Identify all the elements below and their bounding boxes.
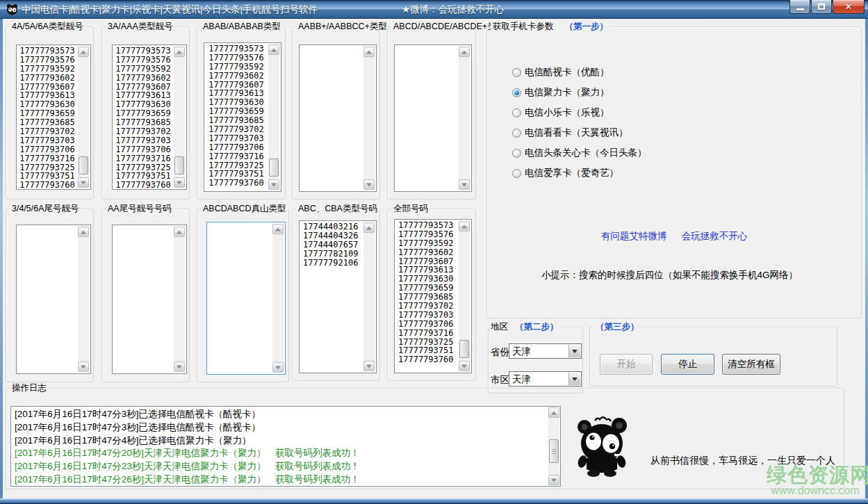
scroll-down-button[interactable]: [363, 179, 375, 190]
phone-number-item[interactable]: 17777793576: [113, 56, 173, 65]
phone-number-item[interactable]: 17777793716: [205, 152, 268, 161]
scroll-up-button[interactable]: [363, 222, 375, 233]
start-button[interactable]: 开始: [600, 354, 653, 375]
phone-number-item[interactable]: 17777793760: [17, 181, 77, 188]
phone-number-item[interactable]: 17777793706: [205, 143, 268, 152]
phone-number-item[interactable]: 17777793760: [113, 181, 173, 188]
titlebar[interactable]: 中国电信卡|酷视卡|聚力卡|乐视卡|天翼视讯|今日头条|手机靓号扫号软件 ★微博…: [0, 0, 868, 19]
card-type-option[interactable]: 电信小乐卡（乐视）: [512, 108, 647, 117]
scroll-track[interactable]: [363, 57, 375, 179]
maximize-button[interactable]: [811, 0, 832, 14]
scrollbar[interactable]: [174, 47, 185, 188]
phone-number-item[interactable]: 17777793706: [113, 145, 173, 154]
scroll-down-button[interactable]: [78, 361, 89, 372]
phone-number-item[interactable]: 17777793573: [398, 221, 458, 230]
list-abc-cba[interactable]: 1774440321617744404326177444076571777778…: [299, 220, 377, 373]
phone-number-item[interactable]: 17777793592: [17, 65, 77, 74]
phone-number-item[interactable]: 17777793703: [205, 134, 268, 143]
list-abcdabcd[interactable]: [206, 222, 286, 375]
scrollbar[interactable]: [459, 47, 470, 190]
phone-number-item[interactable]: 17777793716: [113, 154, 173, 163]
scroll-down-button[interactable]: [268, 179, 279, 190]
scroll-track[interactable]: [459, 57, 470, 179]
dropdown-arrow-icon[interactable]: [568, 345, 580, 357]
scroll-up-button[interactable]: [174, 47, 185, 57]
scroll-track[interactable]: [174, 237, 185, 361]
list-tail-a[interactable]: [16, 225, 91, 374]
phone-number-item[interactable]: 17744403216: [303, 222, 363, 231]
phone-number-item[interactable]: 17777793592: [113, 65, 173, 74]
scroll-down-button[interactable]: [459, 361, 470, 371]
phone-number-item[interactable]: 17744404326: [303, 231, 363, 241]
phone-number-item[interactable]: 17777793573: [17, 47, 77, 56]
scrollbar[interactable]: [459, 221, 470, 371]
card-type-option[interactable]: 电信头条关心卡（今日头条）: [512, 148, 647, 158]
card-type-option[interactable]: 电信聚力卡（聚力）: [512, 88, 647, 97]
phone-number-item[interactable]: 17777793602: [17, 74, 77, 83]
phone-number-item[interactable]: 17777793592: [398, 239, 458, 248]
phone-number-item[interactable]: 17777782109: [303, 250, 363, 259]
scroll-up-button[interactable]: [459, 221, 470, 231]
log-textarea[interactable]: [2017年6月16日17时47分3秒]已选择电信酷视卡（酷视卡）[2017年6…: [10, 406, 561, 487]
card-type-option[interactable]: 电信看看卡（天翼视讯）: [512, 128, 647, 138]
card-type-option[interactable]: 电信爱享卡（爱奇艺）: [512, 168, 647, 178]
list-abab[interactable]: 1777779357317777793576177777935921777779…: [204, 42, 281, 192]
phone-number-item[interactable]: 17777793602: [398, 248, 458, 257]
close-button[interactable]: ✕: [833, 0, 865, 14]
scroll-track[interactable]: [78, 237, 89, 361]
scroll-down-button[interactable]: [174, 361, 185, 372]
scroll-up-button[interactable]: [268, 44, 279, 55]
minimize-button[interactable]: [789, 0, 810, 14]
phone-number-item[interactable]: 17777793703: [113, 136, 173, 145]
scroll-down-button[interactable]: [459, 179, 470, 190]
stop-button[interactable]: 停止: [661, 354, 714, 375]
phone-number-item[interactable]: 17777793702: [17, 127, 77, 136]
scroll-up-button[interactable]: [78, 227, 89, 237]
list-abcd[interactable]: [394, 44, 472, 192]
phone-number-item[interactable]: 17777793706: [398, 320, 458, 329]
list-4a5a6a[interactable]: 1777779357317777793576177777935921777779…: [16, 44, 91, 190]
scrollbar[interactable]: [174, 227, 185, 372]
weibo-help-link[interactable]: 有问题艾特微博: [601, 231, 667, 241]
scroll-up-button[interactable]: [272, 224, 284, 234]
phone-number-item[interactable]: 17777793706: [17, 145, 77, 154]
phone-number-item[interactable]: 17777793602: [205, 72, 268, 81]
scroll-down-button[interactable]: [174, 177, 185, 188]
phone-number-item[interactable]: 17777793576: [398, 230, 458, 239]
phone-number-item[interactable]: 17777793576: [17, 56, 77, 65]
scrollbar[interactable]: [268, 44, 279, 190]
phone-number-item[interactable]: 17777793592: [205, 63, 268, 72]
log-scrollbar[interactable]: [548, 407, 559, 485]
phone-number-item[interactable]: 17744407657: [303, 241, 363, 250]
scroll-up-button[interactable]: [174, 227, 185, 237]
scrollbar[interactable]: [78, 227, 89, 372]
scrollbar[interactable]: [363, 222, 375, 371]
scroll-track[interactable]: [174, 57, 185, 177]
phone-number-item[interactable]: 17777793760: [398, 355, 458, 364]
scrollbar[interactable]: [272, 224, 284, 373]
scroll-down-button[interactable]: [78, 177, 89, 188]
phone-number-item[interactable]: 17777793602: [113, 74, 173, 83]
phone-number-item[interactable]: 17777793716: [17, 154, 77, 163]
dropdown-arrow-icon[interactable]: [568, 373, 580, 385]
scroll-track[interactable]: [272, 234, 284, 362]
scroll-up-button[interactable]: [459, 47, 470, 57]
scroll-track[interactable]: [268, 55, 279, 179]
scroll-thumb[interactable]: [459, 340, 469, 358]
phone-number-item[interactable]: 17777793702: [113, 127, 173, 136]
weibo-account-link[interactable]: 会玩拯救不开心: [682, 231, 748, 241]
phone-number-item[interactable]: 17777793576: [205, 54, 268, 63]
list-3a-aaa[interactable]: 1777779357317777793576177777935921777779…: [112, 44, 187, 190]
phone-number-item[interactable]: 17777793716: [398, 329, 458, 338]
phone-number-item[interactable]: 17777793702: [398, 302, 458, 311]
scroll-thumb[interactable]: [79, 156, 88, 174]
scroll-thumb[interactable]: [174, 156, 184, 174]
phone-number-item[interactable]: 17777793703: [17, 136, 77, 145]
phone-number-item[interactable]: 17777793760: [205, 179, 268, 188]
list-all-numbers[interactable]: 1777779357317777793576177777935921777779…: [394, 219, 472, 373]
scrollbar[interactable]: [363, 47, 375, 190]
phone-number-item[interactable]: 17777793702: [205, 125, 268, 134]
scroll-up-button[interactable]: [78, 47, 89, 57]
scroll-down-button[interactable]: [272, 362, 284, 373]
scroll-track[interactable]: [363, 233, 375, 361]
